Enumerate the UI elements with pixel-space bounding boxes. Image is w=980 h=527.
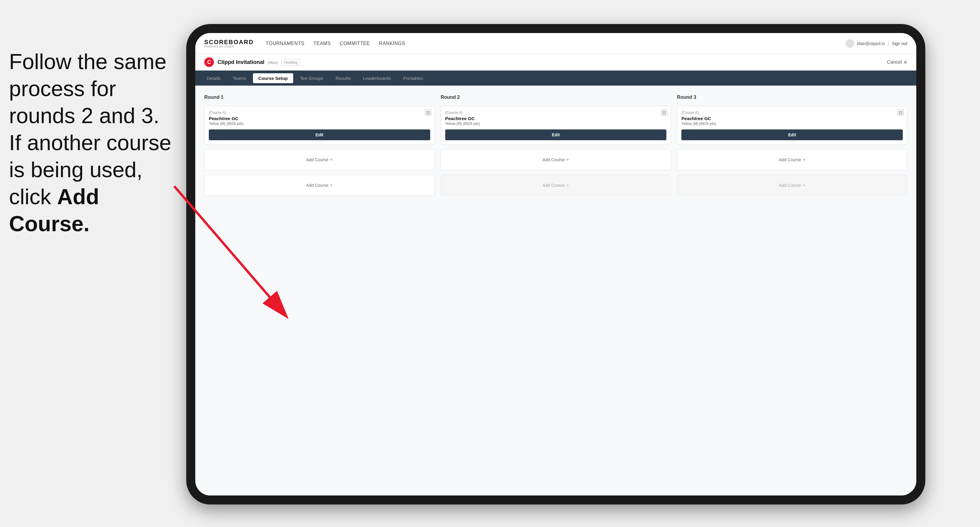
- round-3-add-course-text-2: Add Course +: [779, 183, 805, 188]
- round-2-label: Round 2: [441, 95, 671, 100]
- round-1-edit-button[interactable]: Edit: [209, 129, 430, 140]
- logo-sub: Powered by clippd: [204, 45, 254, 48]
- hosting-badge: Hosting: [282, 59, 300, 65]
- round-3-add-icon-2: +: [802, 183, 805, 188]
- round-2-course-card: (Course A) Peachtree GC Yellow (M) (6629…: [441, 106, 671, 145]
- round-2-edit-button[interactable]: Edit: [445, 129, 667, 140]
- main-content: Round 1 (Course A) Peachtree GC Yellow (…: [195, 86, 916, 495]
- round-3-add-course-box-2: Add Course +: [677, 175, 907, 196]
- round-3-add-course-box[interactable]: Add Course +: [677, 149, 907, 170]
- sub-header: C Clippd Invitational (Men) Hosting Canc…: [195, 54, 916, 71]
- round-2-add-course-box-2: Add Course +: [441, 175, 671, 196]
- round-2-column: Round 2 (Course A) Peachtree GC Yellow (…: [441, 95, 671, 196]
- round-1-add-course-box[interactable]: Add Course +: [204, 149, 435, 170]
- round-3-add-course-text: Add Course +: [779, 157, 805, 162]
- round-3-edit-button[interactable]: Edit: [681, 129, 903, 140]
- tablet-screen: SCOREBOARD Powered by clippd TOURNAMENTS…: [195, 33, 916, 495]
- tab-tee-groups[interactable]: Tee Groups: [295, 73, 329, 83]
- round-2-add-icon: +: [566, 157, 569, 162]
- men-badge: (Men): [268, 60, 278, 65]
- tablet-device: SCOREBOARD Powered by clippd TOURNAMENTS…: [186, 24, 925, 505]
- round-1-column: Round 1 (Course A) Peachtree GC Yellow (…: [204, 95, 435, 196]
- user-email: blair@clippd.io: [857, 41, 885, 46]
- nav-committee[interactable]: COMMITTEE: [340, 41, 370, 46]
- scoreboard-logo: SCOREBOARD Powered by clippd: [204, 39, 254, 48]
- top-nav-right: blair@clippd.io | Sign out: [846, 39, 907, 48]
- instruction-text: Follow the same process for rounds 2 and…: [0, 48, 186, 237]
- user-avatar: [846, 39, 854, 48]
- round-2-course-header: (Course A): [445, 111, 667, 115]
- top-nav-left: SCOREBOARD Powered by clippd TOURNAMENTS…: [204, 39, 405, 48]
- round-3-column: Round 3 (Course A) Peachtree GC Yellow (…: [677, 95, 907, 196]
- round-1-add-icon: +: [330, 157, 332, 162]
- tab-details[interactable]: Details: [201, 73, 226, 83]
- cancel-button[interactable]: Cancel ✕: [887, 59, 907, 65]
- round-3-label: Round 3: [677, 95, 907, 100]
- round-2-add-course-text: Add Course +: [542, 157, 569, 162]
- tab-printables[interactable]: Printables: [398, 73, 429, 83]
- logo-main: SCOREBOARD: [204, 39, 254, 45]
- tab-leaderboards[interactable]: Leaderboards: [358, 73, 396, 83]
- rounds-grid: Round 1 (Course A) Peachtree GC Yellow (…: [204, 95, 907, 196]
- top-nav-links: TOURNAMENTS TEAMS COMMITTEE RANKINGS: [266, 41, 405, 46]
- round-1-add-course-text: Add Course +: [306, 157, 332, 162]
- tab-teams[interactable]: Teams: [228, 73, 251, 83]
- round-3-course-name: Peachtree GC: [681, 116, 903, 121]
- top-nav: SCOREBOARD Powered by clippd TOURNAMENTS…: [195, 33, 916, 54]
- round-1-course-header: (Course A): [209, 111, 430, 115]
- sub-header-left: C Clippd Invitational (Men) Hosting: [204, 57, 300, 67]
- round-1-add-icon-2: +: [330, 183, 332, 188]
- round-1-course-card: (Course A) Peachtree GC Yellow (M) (6629…: [204, 106, 435, 145]
- round-1-label: Round 1: [204, 95, 435, 100]
- round-1-add-course-text-2: Add Course +: [306, 183, 332, 188]
- close-icon: ✕: [904, 59, 907, 65]
- round-3-add-icon: +: [802, 157, 805, 162]
- round-1-course-info: Yellow (M) (6629 yds): [209, 122, 430, 126]
- tab-course-setup[interactable]: Course Setup: [253, 73, 293, 83]
- sign-out-link[interactable]: Sign out: [892, 41, 907, 46]
- nav-tournaments[interactable]: TOURNAMENTS: [266, 41, 304, 46]
- tournament-name: Clippd Invitational (Men): [218, 59, 278, 65]
- round-2-add-icon-2: +: [566, 183, 569, 188]
- nav-teams[interactable]: TEAMS: [313, 41, 331, 46]
- tab-results[interactable]: Results: [330, 73, 356, 83]
- round-3-course-card: (Course A) Peachtree GC Yellow (M) (6629…: [677, 106, 907, 145]
- round-3-course-info: Yellow (M) (6629 yds): [681, 122, 903, 126]
- round-1-delete-button[interactable]: ⊡: [425, 109, 431, 116]
- round-1-course-name: Peachtree GC: [209, 116, 430, 121]
- nav-rankings[interactable]: RANKINGS: [379, 41, 405, 46]
- round-2-delete-button[interactable]: ⊡: [661, 109, 668, 116]
- round-2-course-name: Peachtree GC: [445, 116, 667, 121]
- round-2-add-course-text-2: Add Course +: [542, 183, 569, 188]
- round-2-course-info: Yellow (M) (6629 yds): [445, 122, 667, 126]
- round-1-add-course-box-2[interactable]: Add Course +: [204, 175, 435, 196]
- round-3-delete-button[interactable]: ⊡: [897, 109, 904, 116]
- clippd-logo: C: [204, 57, 214, 67]
- separator: |: [888, 41, 889, 46]
- round-3-course-header: (Course A): [681, 111, 903, 115]
- tab-bar: Details Teams Course Setup Tee Groups Re…: [195, 71, 916, 86]
- round-2-add-course-box[interactable]: Add Course +: [441, 149, 671, 170]
